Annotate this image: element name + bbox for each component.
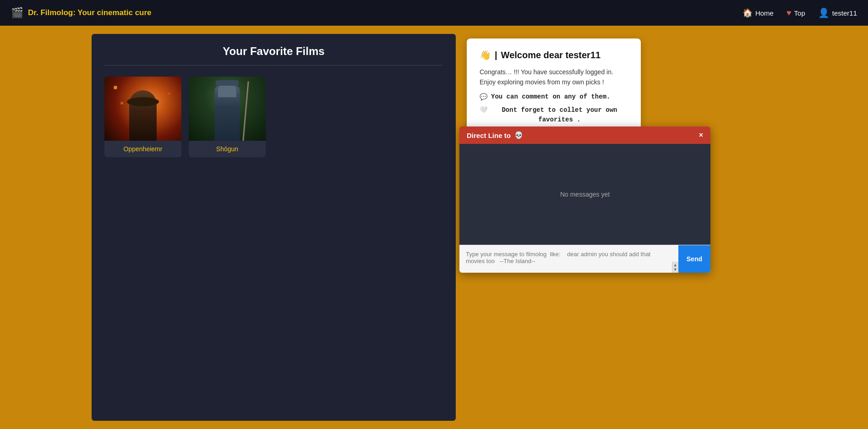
chat-title-label: Direct Line to [467, 132, 511, 139]
welcome-pipe: | [495, 50, 497, 60]
top-link[interactable]: ♥ Top [786, 8, 805, 18]
films-title: Your Favorite Films [104, 45, 443, 66]
film-label-oppenheimer: Oppenheiemr [104, 141, 181, 157]
film-card-oppenheimer[interactable]: Oppenheiemr [104, 77, 181, 157]
film-card-shogun[interactable]: Shōgun [189, 77, 266, 157]
brand-icon: 🎬 [11, 7, 23, 19]
congrats-text: Congrats… !!! You have successfully logg… [480, 67, 628, 88]
favorites-icon: 🤍 [480, 105, 487, 115]
scrollbar-up-arrow[interactable]: ▲ [673, 263, 677, 267]
comment-feature: 💬 You can comment on any of them. [480, 93, 628, 101]
chat-input-row: ▲ ▼ Send [459, 245, 710, 273]
welcome-title: Welcome dear tester11 [501, 50, 601, 60]
oppenheimer-hat [127, 97, 159, 106]
chat-skull-icon: 💀 [514, 131, 523, 139]
user-label: tester11 [832, 9, 857, 17]
chat-header-title: Direct Line to 💀 [467, 131, 523, 139]
comment-text: You can comment on any of them. [491, 93, 610, 100]
comment-icon: 💬 [480, 93, 487, 101]
film-poster-shogun [189, 77, 266, 141]
film-poster-oppenheimer [104, 77, 181, 141]
brand-link[interactable]: 🎬 Dr. Filmolog: Your cinematic cure [11, 7, 152, 19]
welcome-card: 👋 | Welcome dear tester11 Congrats… !!! … [467, 38, 641, 139]
wave-emoji: 👋 [480, 50, 491, 60]
welcome-header: 👋 | Welcome dear tester11 [480, 50, 628, 60]
chat-input[interactable] [459, 245, 672, 273]
favorites-feature: 🤍 Dont forget to collet your own favorit… [480, 105, 628, 125]
navbar-right: 🏠 Home ♥ Top 👤 tester11 [742, 7, 857, 18]
page-body: Your Favorite Films Oppenheiemr [0, 0, 868, 429]
home-icon: 🏠 [742, 8, 753, 18]
chat-messages-area: No messages yet [459, 144, 710, 245]
user-avatar-icon: 👤 [818, 7, 830, 18]
right-panels: 👋 | Welcome dear tester11 Congrats… !!! … [456, 26, 868, 429]
scrollbar-down-arrow[interactable]: ▼ [673, 267, 677, 272]
chat-close-button[interactable]: × [699, 131, 703, 139]
home-link[interactable]: 🏠 Home [742, 8, 774, 18]
films-grid: Oppenheiemr Shōgun [104, 77, 443, 157]
brand-label: Dr. Filmolog: Your cinematic cure [28, 8, 152, 17]
no-messages-text: No messages yet [560, 191, 610, 198]
home-label: Home [755, 9, 774, 17]
films-panel: Your Favorite Films Oppenheiemr [92, 34, 456, 421]
favorites-text: Dont forget to collet your own favorites… [491, 105, 628, 125]
user-menu[interactable]: 👤 tester11 [818, 7, 857, 18]
chat-scrollbar[interactable]: ▲ ▼ [672, 262, 678, 273]
chat-header: Direct Line to 💀 × [459, 126, 710, 144]
top-label: Top [794, 9, 805, 17]
navbar: 🎬 Dr. Filmolog: Your cinematic cure 🏠 Ho… [0, 0, 868, 26]
heart-icon: ♥ [786, 8, 792, 18]
chat-send-button[interactable]: Send [678, 245, 710, 273]
film-label-shogun: Shōgun [189, 141, 266, 157]
chat-container: Direct Line to 💀 × No messages yet ▲ ▼ S… [459, 126, 710, 273]
